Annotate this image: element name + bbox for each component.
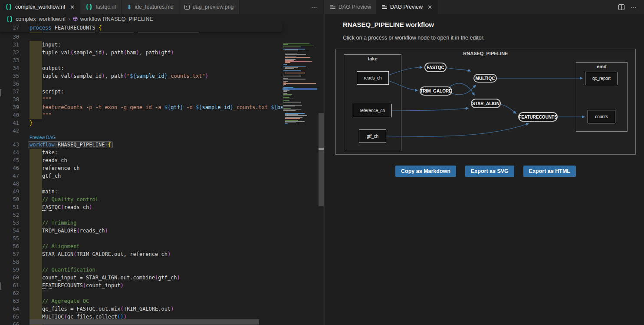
line-number[interactable]: 51 — [0, 203, 19, 211]
close-icon[interactable]: ✕ — [427, 4, 432, 10]
line-number[interactable]: 34 — [0, 64, 19, 72]
line-number[interactable]: 48 — [0, 180, 19, 188]
code-line[interactable]: 45 reads_ch — [0, 156, 283, 164]
node-counts[interactable]: counts — [588, 110, 615, 123]
code-line[interactable]: 42 — [0, 127, 283, 135]
tab-dag-preview-2[interactable]: DAG Preview ✕ — [377, 0, 438, 14]
code-line[interactable]: 51 FASTQC(reads_ch) — [0, 203, 283, 211]
node-TRIM_GALORE[interactable]: TRIM_GALORE — [420, 86, 452, 96]
code-line[interactable]: 60 count_input = STAR_ALIGN.out.combine(… — [0, 274, 283, 282]
vertical-scrollbar[interactable] — [318, 24, 324, 325]
split-editor-icon[interactable] — [618, 4, 624, 10]
code-line[interactable]: 55 — [0, 235, 283, 242]
line-number[interactable]: 56 — [0, 242, 19, 250]
code-line[interactable]: 53 // Trimming — [0, 219, 283, 227]
code-line[interactable]: 31 input: — [0, 41, 283, 49]
code-line[interactable]: 56 // Alignment — [0, 242, 283, 250]
line-number[interactable]: 44 — [0, 149, 19, 156]
line-number[interactable]: 63 — [0, 297, 19, 305]
codelens-preview-dag[interactable]: Preview DAG — [0, 135, 283, 141]
code-line[interactable]: 30 — [0, 33, 283, 41]
vertical-scrollbar-thumb[interactable] — [319, 113, 324, 206]
tab-fastqc[interactable]: fastqc.nf — [80, 0, 122, 14]
line-number[interactable]: 30 — [0, 33, 19, 41]
tab-dag-preview-1[interactable]: DAG Preview — [325, 0, 377, 14]
export-as-svg-button[interactable]: Export as SVG — [465, 166, 514, 177]
horizontal-scrollbar-thumb[interactable] — [30, 319, 259, 325]
node-reads_ch[interactable]: reads_ch — [357, 71, 389, 85]
line-number[interactable]: 38 — [0, 96, 19, 103]
line-number[interactable]: 57 — [0, 250, 19, 258]
node-reference_ch[interactable]: reference_ch — [353, 104, 392, 117]
line-number[interactable]: 37 — [0, 88, 19, 96]
code-line[interactable]: 64 qc_files = FASTQC.out.mix(TRIM_GALORE… — [0, 305, 283, 313]
line-number[interactable]: 45 — [0, 156, 19, 164]
line-number[interactable]: 41 — [0, 119, 19, 127]
code-line[interactable]: 35 tuple val(sample_id), path("${sample_… — [0, 72, 283, 80]
node-qc_report[interactable]: qc_report — [585, 72, 618, 85]
line-number[interactable]: 46 — [0, 164, 19, 172]
line-number[interactable]: 59 — [0, 266, 19, 274]
close-icon[interactable]: ✕ — [70, 4, 75, 10]
line-number[interactable]: 39 — [0, 103, 19, 111]
line-number[interactable]: 33 — [0, 56, 19, 64]
line-number[interactable]: 50 — [0, 196, 19, 203]
code-line[interactable]: 39 featureCounts -p -t exon -g gene_id -… — [0, 103, 283, 111]
code-line[interactable]: 36 — [0, 80, 283, 88]
code-editor[interactable]: 27process FEATURECOUNTS { 3031 input:32 … — [0, 24, 325, 325]
code-line[interactable]: 62 — [0, 289, 283, 297]
breadcrumb-file[interactable]: complex_workflow.nf — [16, 16, 66, 22]
sticky-line[interactable]: 27process FEATURECOUNTS { — [0, 24, 283, 32]
line-number[interactable]: 42 — [0, 127, 19, 135]
more-actions-icon[interactable]: ⋯ — [631, 3, 637, 10]
tab-ide-features[interactable]: ⬇ ide_features.md — [122, 0, 179, 14]
code-line[interactable]: 40 """ — [0, 111, 283, 119]
tab-complex-workflow[interactable]: complex_workflow.nf ✕ — [0, 0, 80, 14]
line-number[interactable]: 62 — [0, 289, 19, 297]
line-number[interactable]: 53 — [0, 219, 19, 227]
code-line[interactable]: 44 take: — [0, 149, 283, 156]
code-line[interactable]: 49 main: — [0, 188, 283, 196]
line-number[interactable]: 54 — [0, 227, 19, 235]
code-line[interactable]: 43workflow·RNASEQ_PIPELINE·{ — [0, 141, 283, 149]
code-line[interactable]: 63 // Aggregate QC — [0, 297, 283, 305]
node-STAR_ALIGN[interactable]: STAR_ALIGN — [471, 99, 501, 108]
code-line[interactable]: 61 FEATURECOUNTS(count_input) — [0, 282, 283, 289]
line-number[interactable]: 66 — [0, 321, 19, 325]
line-number[interactable]: 47 — [0, 172, 19, 180]
code-line[interactable]: 46 reference_ch — [0, 164, 283, 172]
code-line[interactable]: 32 tuple val(sample_id), path(bam), path… — [0, 49, 283, 56]
code-line[interactable]: 57 STAR_ALIGN(TRIM_GALORE.out, reference… — [0, 250, 283, 258]
code-line[interactable]: 47 gtf_ch — [0, 172, 283, 180]
sticky-scroll-line[interactable]: 27process FEATURECOUNTS { — [0, 24, 283, 32]
node-MULTIQC[interactable]: MULTIQC — [473, 74, 497, 83]
code-line[interactable]: 59 // Quantification — [0, 266, 283, 274]
code-line[interactable]: 33 — [0, 56, 283, 64]
line-number[interactable]: 27 — [0, 24, 19, 32]
line-number[interactable]: 58 — [0, 258, 19, 266]
line-number[interactable]: 64 — [0, 305, 19, 313]
node-gtf_ch[interactable]: gtf_ch — [359, 129, 386, 143]
code-line[interactable]: 54 TRIM_GALORE(reads_ch) — [0, 227, 283, 235]
node-FASTQC[interactable]: FASTQC — [424, 63, 447, 72]
breadcrumb-symbol[interactable]: workflow RNASEQ_PIPELINE — [80, 16, 153, 22]
line-number[interactable]: 40 — [0, 111, 19, 119]
more-actions-icon[interactable]: ⋯ — [311, 3, 318, 10]
line-number[interactable]: 60 — [0, 274, 19, 282]
export-as-html-button[interactable]: Export as HTML — [523, 166, 576, 177]
code-line[interactable]: 58 — [0, 258, 283, 266]
line-number[interactable]: 65 — [0, 313, 19, 321]
copy-as-markdown-button[interactable]: Copy as Markdown — [395, 166, 456, 177]
line-number[interactable]: 43 — [0, 141, 19, 149]
code-line[interactable]: 34 output: — [0, 64, 283, 72]
code-line[interactable]: 50 // Quality control — [0, 196, 283, 203]
code-line[interactable]: 37 script: — [0, 88, 283, 96]
line-number[interactable]: 55 — [0, 235, 19, 242]
line-number[interactable]: 49 — [0, 188, 19, 196]
tab-dag-preview-png[interactable]: dag_preview.png — [179, 0, 240, 14]
line-number[interactable]: 52 — [0, 211, 19, 219]
code-line[interactable]: 48 — [0, 180, 283, 188]
node-FEATURECOUNTS[interactable]: FEATURECOUNTS — [518, 112, 558, 122]
line-number[interactable]: 31 — [0, 41, 19, 49]
code-line[interactable]: 41} — [0, 119, 283, 127]
